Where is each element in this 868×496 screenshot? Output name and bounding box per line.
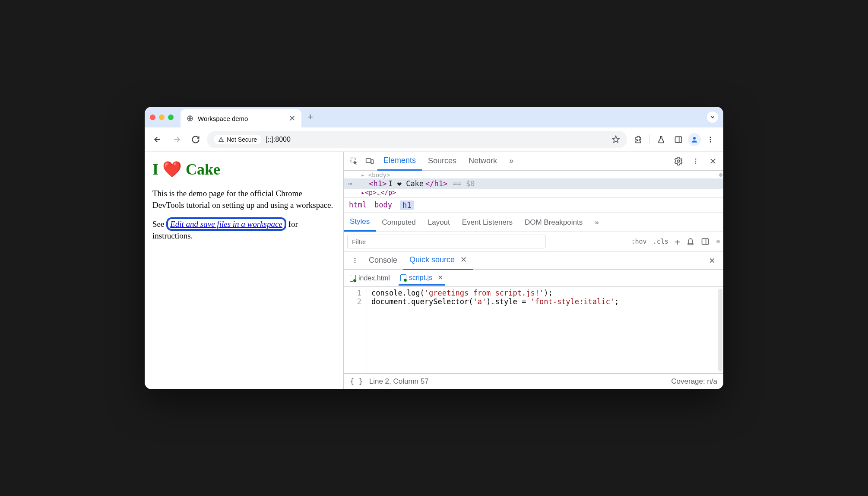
dom-selected-row[interactable]: ⋯ <h1>I ❤ Cake</h1> == $0 xyxy=(344,178,723,189)
dom-tag-open: <h1> xyxy=(369,179,386,188)
svg-point-3 xyxy=(710,137,711,138)
new-tab-button[interactable]: + xyxy=(307,111,313,123)
scrollbar[interactable] xyxy=(718,289,722,372)
devtools-panel: Elements Sources Network » ▸ < xyxy=(343,152,723,389)
editor-statusbar: { } Line 2, Column 57 Coverage: n/a xyxy=(344,373,723,389)
drawer-menu-icon[interactable] xyxy=(347,253,363,268)
code-body[interactable]: console.log('greetings from script.js!')… xyxy=(367,287,624,373)
bookmark-icon[interactable] xyxy=(611,135,620,144)
scroll-indicator xyxy=(719,173,722,177)
crumb-h1[interactable]: h1 xyxy=(400,200,414,210)
tutorial-highlight-ring: Edit and save files in a workspace xyxy=(166,217,286,231)
format-icon[interactable]: { } xyxy=(350,377,363,386)
close-drawer-icon[interactable] xyxy=(704,253,720,268)
crumb-html[interactable]: html xyxy=(349,200,367,210)
chrome-menu-icon[interactable] xyxy=(703,132,718,147)
tab-styles[interactable]: Styles xyxy=(344,213,376,232)
tab-search-button[interactable] xyxy=(707,111,718,123)
svg-point-9 xyxy=(677,160,680,162)
tab-dom-breakpoints[interactable]: DOM Breakpoints xyxy=(519,214,589,231)
minimize-window-button[interactable] xyxy=(159,114,165,120)
maximize-window-button[interactable] xyxy=(168,114,174,120)
see-prefix: See xyxy=(152,219,166,229)
tab-sources[interactable]: Sources xyxy=(422,152,463,170)
scroll-indicator xyxy=(716,240,720,243)
labs-icon[interactable] xyxy=(653,132,669,147)
tab-layout[interactable]: Layout xyxy=(422,214,456,231)
file-icon xyxy=(400,274,406,281)
close-tab-icon[interactable]: ✕ xyxy=(289,114,295,123)
file-tab-script[interactable]: script.js ✕ xyxy=(399,271,445,286)
svg-point-5 xyxy=(710,141,711,142)
dom-text: I ❤ Cake xyxy=(388,179,424,188)
line-gutter: 12 xyxy=(344,287,367,373)
cls-toggle[interactable]: .cls xyxy=(653,238,668,245)
forward-button[interactable] xyxy=(169,132,184,147)
svg-point-10 xyxy=(695,159,697,160)
dom-body-fragment: ▸ <body> xyxy=(344,172,723,178)
computed-panel-icon[interactable] xyxy=(701,237,710,246)
tab-styles-more[interactable]: » xyxy=(589,214,605,231)
toolbar: Not Secure [::]:8000 xyxy=(145,127,723,152)
svg-rect-13 xyxy=(702,238,709,244)
close-window-button[interactable] xyxy=(150,114,155,120)
tutorial-link[interactable]: Edit and save files in a workspace xyxy=(170,219,282,229)
cursor-position: Line 2, Column 57 xyxy=(369,377,429,386)
dom-tree[interactable]: ▸ <body> ⋯ <h1>I ❤ Cake</h1> == $0 ▸<p>…… xyxy=(344,171,723,197)
close-devtools-icon[interactable] xyxy=(705,153,721,169)
page-see: See Edit and save files in a workspace f… xyxy=(152,219,336,242)
new-style-rule-icon[interactable]: + xyxy=(675,236,680,247)
crumb-body[interactable]: body xyxy=(374,200,392,210)
styles-filterbar: :hov .cls + xyxy=(344,232,723,251)
styles-brush-icon[interactable] xyxy=(686,237,695,246)
close-tab-icon[interactable]: ✕ xyxy=(460,255,467,264)
styles-filter-input[interactable] xyxy=(347,235,546,248)
dom-next-fragment: ▸<p>…</p> xyxy=(344,189,723,197)
address-bar[interactable]: Not Secure [::]:8000 xyxy=(207,131,627,148)
svg-point-12 xyxy=(695,162,697,164)
svg-rect-8 xyxy=(371,159,373,163)
browser-tab[interactable]: Workspace demo ✕ xyxy=(181,109,301,127)
svg-point-15 xyxy=(355,260,356,261)
hov-toggle[interactable]: :hov xyxy=(631,238,647,245)
back-button[interactable] xyxy=(150,132,165,147)
window-controls xyxy=(150,114,174,120)
separator xyxy=(649,135,650,144)
inspect-element-icon[interactable] xyxy=(346,153,362,169)
tab-title: Workspace demo xyxy=(198,115,248,122)
side-panel-icon[interactable] xyxy=(671,132,686,147)
tab-quick-source[interactable]: Quick source ✕ xyxy=(403,251,473,270)
file-icon xyxy=(350,275,356,282)
svg-point-14 xyxy=(355,258,356,259)
styles-tabstrip: Styles Computed Layout Event Listeners D… xyxy=(344,213,723,232)
extensions-icon[interactable] xyxy=(630,132,646,147)
tab-elements[interactable]: Elements xyxy=(377,152,422,171)
dom-row-actions-icon[interactable]: ⋯ xyxy=(348,179,353,188)
devtools-tabstrip: Elements Sources Network » xyxy=(344,152,723,171)
tab-console[interactable]: Console xyxy=(363,251,403,269)
page-viewport: I ❤️ Cake This is the demo page for the … xyxy=(145,152,343,389)
file-tab-index[interactable]: index.html xyxy=(348,272,392,285)
profile-avatar[interactable] xyxy=(688,133,701,146)
page-heading: I ❤️ Cake xyxy=(152,160,336,178)
tab-more[interactable]: » xyxy=(503,152,520,170)
settings-icon[interactable] xyxy=(671,153,686,169)
security-badge[interactable]: Not Secure xyxy=(214,135,261,144)
code-editor[interactable]: 12 console.log('greetings from script.js… xyxy=(344,287,723,373)
dom-tag-close: </h1> xyxy=(425,179,447,188)
svg-rect-7 xyxy=(366,159,371,162)
content-area: I ❤️ Cake This is the demo page for the … xyxy=(145,152,723,389)
tab-network[interactable]: Network xyxy=(463,152,503,170)
tab-computed[interactable]: Computed xyxy=(376,214,421,231)
devtools-menu-icon[interactable] xyxy=(688,153,703,169)
reload-button[interactable] xyxy=(188,132,203,147)
file-tabstrip: index.html script.js ✕ xyxy=(344,270,723,287)
toolbar-actions xyxy=(630,132,718,147)
browser-window: Workspace demo ✕ + Not Secure [::]:8000 xyxy=(145,107,723,389)
drawer-tabstrip: Console Quick source ✕ xyxy=(344,251,723,270)
device-toolbar-icon[interactable] xyxy=(362,153,377,169)
tab-event-listeners[interactable]: Event Listeners xyxy=(456,214,519,231)
close-file-icon[interactable]: ✕ xyxy=(437,273,443,282)
globe-icon xyxy=(187,115,193,122)
svg-rect-1 xyxy=(675,137,682,142)
